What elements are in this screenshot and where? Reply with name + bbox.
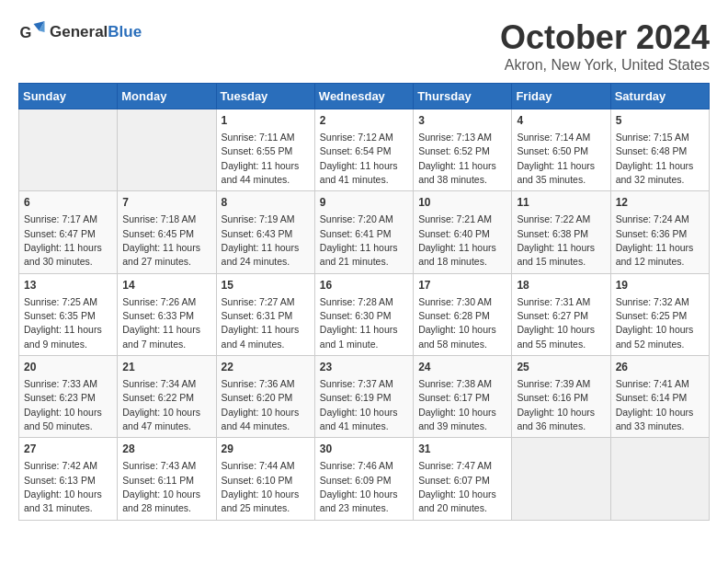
day-number: 17 bbox=[418, 278, 506, 293]
day-info: Sunrise: 7:43 AM Sunset: 6:11 PM Dayligh… bbox=[122, 460, 200, 513]
day-info: Sunrise: 7:37 AM Sunset: 6:19 PM Dayligh… bbox=[320, 378, 398, 431]
day-info: Sunrise: 7:47 AM Sunset: 6:07 PM Dayligh… bbox=[418, 460, 496, 513]
day-number: 29 bbox=[222, 442, 310, 457]
header-thursday: Thursday bbox=[414, 84, 512, 109]
day-number: 4 bbox=[517, 113, 605, 129]
day-number: 13 bbox=[24, 278, 112, 293]
day-number: 30 bbox=[320, 442, 408, 457]
day-number: 14 bbox=[122, 278, 210, 293]
header-saturday: Saturday bbox=[610, 84, 709, 109]
day-info: Sunrise: 7:32 AM Sunset: 6:25 PM Dayligh… bbox=[616, 296, 694, 350]
table-row: 18Sunrise: 7:31 AM Sunset: 6:27 PM Dayli… bbox=[512, 273, 610, 355]
day-info: Sunrise: 7:44 AM Sunset: 6:10 PM Dayligh… bbox=[222, 460, 300, 513]
day-number: 9 bbox=[320, 195, 408, 211]
location-title: Akron, New York, United States bbox=[500, 57, 710, 74]
day-number: 23 bbox=[320, 360, 408, 375]
day-info: Sunrise: 7:14 AM Sunset: 6:50 PM Dayligh… bbox=[517, 132, 595, 185]
day-number: 11 bbox=[517, 195, 605, 211]
table-row: 28Sunrise: 7:43 AM Sunset: 6:11 PM Dayli… bbox=[118, 438, 216, 520]
day-info: Sunrise: 7:42 AM Sunset: 6:13 PM Dayligh… bbox=[24, 460, 102, 513]
day-info: Sunrise: 7:33 AM Sunset: 6:23 PM Dayligh… bbox=[24, 378, 102, 431]
table-row bbox=[118, 109, 216, 191]
day-number: 1 bbox=[222, 113, 310, 129]
weekday-header-row: Sunday Monday Tuesday Wednesday Thursday… bbox=[19, 84, 710, 109]
day-number: 6 bbox=[24, 195, 112, 211]
table-row: 4Sunrise: 7:14 AM Sunset: 6:50 PM Daylig… bbox=[512, 109, 610, 191]
table-row: 24Sunrise: 7:38 AM Sunset: 6:17 PM Dayli… bbox=[414, 356, 512, 438]
day-info: Sunrise: 7:31 AM Sunset: 6:27 PM Dayligh… bbox=[517, 296, 595, 350]
table-row: 30Sunrise: 7:46 AM Sunset: 6:09 PM Dayli… bbox=[314, 438, 413, 520]
day-info: Sunrise: 7:21 AM Sunset: 6:40 PM Dayligh… bbox=[418, 213, 496, 267]
table-row: 16Sunrise: 7:28 AM Sunset: 6:30 PM Dayli… bbox=[314, 273, 413, 355]
day-info: Sunrise: 7:22 AM Sunset: 6:38 PM Dayligh… bbox=[517, 213, 595, 267]
day-number: 7 bbox=[122, 195, 210, 211]
calendar-week-row: 27Sunrise: 7:42 AM Sunset: 6:13 PM Dayli… bbox=[19, 438, 710, 520]
svg-text:G: G bbox=[20, 24, 32, 40]
logo-general-text: General bbox=[50, 23, 108, 40]
calendar-week-row: 20Sunrise: 7:33 AM Sunset: 6:23 PM Dayli… bbox=[19, 356, 710, 438]
day-number: 28 bbox=[122, 442, 210, 457]
day-info: Sunrise: 7:19 AM Sunset: 6:43 PM Dayligh… bbox=[222, 213, 300, 267]
day-number: 27 bbox=[24, 442, 112, 457]
table-row: 14Sunrise: 7:26 AM Sunset: 6:33 PM Dayli… bbox=[118, 273, 216, 355]
day-number: 5 bbox=[616, 113, 704, 129]
logo-icon: G bbox=[18, 18, 46, 46]
day-info: Sunrise: 7:27 AM Sunset: 6:31 PM Dayligh… bbox=[222, 296, 300, 350]
calendar-table: Sunday Monday Tuesday Wednesday Thursday… bbox=[18, 83, 710, 521]
table-row: 22Sunrise: 7:36 AM Sunset: 6:20 PM Dayli… bbox=[216, 356, 314, 438]
day-info: Sunrise: 7:39 AM Sunset: 6:16 PM Dayligh… bbox=[517, 378, 595, 431]
table-row: 3Sunrise: 7:13 AM Sunset: 6:52 PM Daylig… bbox=[414, 109, 512, 191]
table-row: 8Sunrise: 7:19 AM Sunset: 6:43 PM Daylig… bbox=[216, 191, 314, 273]
table-row: 31Sunrise: 7:47 AM Sunset: 6:07 PM Dayli… bbox=[414, 438, 512, 520]
day-info: Sunrise: 7:18 AM Sunset: 6:45 PM Dayligh… bbox=[122, 213, 200, 267]
day-number: 18 bbox=[517, 278, 605, 293]
day-info: Sunrise: 7:17 AM Sunset: 6:47 PM Dayligh… bbox=[24, 213, 102, 267]
table-row: 7Sunrise: 7:18 AM Sunset: 6:45 PM Daylig… bbox=[118, 191, 216, 273]
day-number: 19 bbox=[616, 278, 704, 293]
day-info: Sunrise: 7:15 AM Sunset: 6:48 PM Dayligh… bbox=[616, 132, 694, 185]
day-info: Sunrise: 7:13 AM Sunset: 6:52 PM Dayligh… bbox=[418, 132, 496, 185]
day-number: 26 bbox=[616, 360, 704, 375]
day-info: Sunrise: 7:12 AM Sunset: 6:54 PM Dayligh… bbox=[320, 132, 398, 185]
table-row: 1Sunrise: 7:11 AM Sunset: 6:55 PM Daylig… bbox=[216, 109, 314, 191]
table-row: 29Sunrise: 7:44 AM Sunset: 6:10 PM Dayli… bbox=[216, 438, 314, 520]
month-title: October 2024 bbox=[500, 18, 710, 57]
day-info: Sunrise: 7:46 AM Sunset: 6:09 PM Dayligh… bbox=[320, 460, 398, 513]
table-row: 9Sunrise: 7:20 AM Sunset: 6:41 PM Daylig… bbox=[314, 191, 413, 273]
header-tuesday: Tuesday bbox=[216, 84, 314, 109]
table-row: 2Sunrise: 7:12 AM Sunset: 6:54 PM Daylig… bbox=[314, 109, 413, 191]
header-wednesday: Wednesday bbox=[314, 84, 413, 109]
table-row: 10Sunrise: 7:21 AM Sunset: 6:40 PM Dayli… bbox=[414, 191, 512, 273]
calendar-header: Sunday Monday Tuesday Wednesday Thursday… bbox=[19, 84, 710, 109]
day-number: 16 bbox=[320, 278, 408, 293]
day-info: Sunrise: 7:36 AM Sunset: 6:20 PM Dayligh… bbox=[222, 378, 300, 431]
table-row: 20Sunrise: 7:33 AM Sunset: 6:23 PM Dayli… bbox=[19, 356, 118, 438]
logo: G GeneralBlue bbox=[18, 18, 142, 46]
table-row: 12Sunrise: 7:24 AM Sunset: 6:36 PM Dayli… bbox=[610, 191, 709, 273]
day-number: 22 bbox=[222, 360, 310, 375]
day-number: 25 bbox=[517, 360, 605, 375]
table-row: 5Sunrise: 7:15 AM Sunset: 6:48 PM Daylig… bbox=[610, 109, 709, 191]
table-row: 11Sunrise: 7:22 AM Sunset: 6:38 PM Dayli… bbox=[512, 191, 610, 273]
day-number: 8 bbox=[222, 195, 310, 211]
table-row: 27Sunrise: 7:42 AM Sunset: 6:13 PM Dayli… bbox=[19, 438, 118, 520]
table-row bbox=[19, 109, 118, 191]
table-row: 15Sunrise: 7:27 AM Sunset: 6:31 PM Dayli… bbox=[216, 273, 314, 355]
day-info: Sunrise: 7:24 AM Sunset: 6:36 PM Dayligh… bbox=[616, 213, 694, 267]
day-info: Sunrise: 7:38 AM Sunset: 6:17 PM Dayligh… bbox=[418, 378, 496, 431]
day-info: Sunrise: 7:25 AM Sunset: 6:35 PM Dayligh… bbox=[24, 296, 102, 350]
header-monday: Monday bbox=[118, 84, 216, 109]
day-number: 21 bbox=[122, 360, 210, 375]
day-number: 12 bbox=[616, 195, 704, 211]
table-row: 6Sunrise: 7:17 AM Sunset: 6:47 PM Daylig… bbox=[19, 191, 118, 273]
day-number: 20 bbox=[24, 360, 112, 375]
title-block: October 2024 Akron, New York, United Sta… bbox=[500, 18, 710, 74]
day-number: 2 bbox=[320, 113, 408, 129]
table-row: 25Sunrise: 7:39 AM Sunset: 6:16 PM Dayli… bbox=[512, 356, 610, 438]
day-number: 31 bbox=[418, 442, 506, 457]
table-row: 13Sunrise: 7:25 AM Sunset: 6:35 PM Dayli… bbox=[19, 273, 118, 355]
table-row bbox=[512, 438, 610, 520]
page-header: G GeneralBlue October 2024 Akron, New Yo… bbox=[18, 18, 710, 74]
day-info: Sunrise: 7:26 AM Sunset: 6:33 PM Dayligh… bbox=[122, 296, 200, 350]
header-sunday: Sunday bbox=[19, 84, 118, 109]
